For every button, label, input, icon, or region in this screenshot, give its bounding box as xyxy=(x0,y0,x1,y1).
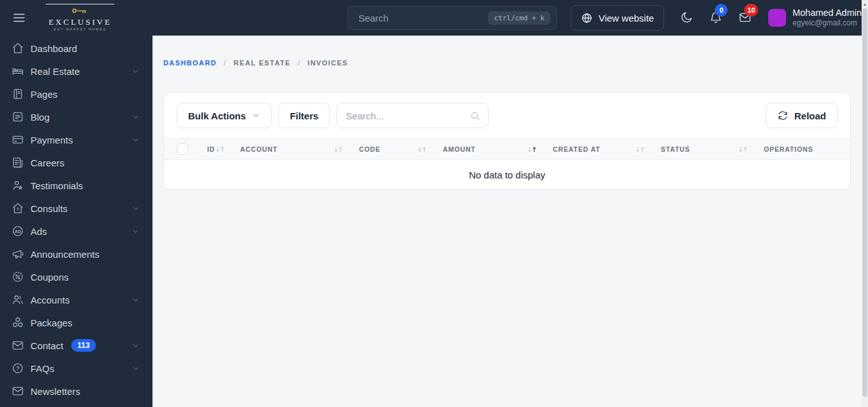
chevron-down-icon xyxy=(132,136,140,144)
select-all-checkbox[interactable] xyxy=(177,143,188,155)
filters-button[interactable]: Filters xyxy=(278,103,330,128)
main-content: DASHBOARD / REAL ESTATE / INVOICES Bulk … xyxy=(153,36,862,407)
packages-icon xyxy=(11,316,24,329)
sidebar-item-newsletters[interactable]: Newsletters xyxy=(0,380,153,403)
contact-count-badge: 113 xyxy=(71,339,96,352)
theme-toggle-button[interactable] xyxy=(679,11,693,25)
real-estate-icon xyxy=(11,65,24,77)
column-header-account[interactable]: ACCOUNT ↓↑ xyxy=(233,139,351,159)
sidebar-item-consults[interactable]: ? Consults xyxy=(0,197,153,220)
global-search[interactable]: Search ctrl/cmd + k xyxy=(348,6,557,30)
sidebar-item-label: FAQs xyxy=(31,363,55,374)
messages-button[interactable]: 10 xyxy=(738,11,752,25)
sort-arrows-icon: ↓↑ xyxy=(738,146,747,153)
careers-icon xyxy=(11,156,24,169)
bulk-actions-label: Bulk Actions xyxy=(188,110,246,121)
user-avatar[interactable] xyxy=(768,9,786,27)
logo-tagline: EGY MARKET HOMES xyxy=(44,28,116,32)
sidebar-item-packages[interactable]: Packages xyxy=(0,311,153,334)
table-header-row: ID ↓↑ ACCOUNT ↓↑ CODE ↓↑ AMOUNT ↓↑ CREAT… xyxy=(164,138,850,160)
column-label: CODE xyxy=(359,145,381,153)
sidebar-item-label: Dashboard xyxy=(31,43,77,54)
sidebar-item-real-estate[interactable]: Real Estate xyxy=(0,60,153,83)
ads-icon: AD xyxy=(11,225,24,237)
breadcrumb-dashboard[interactable]: DASHBOARD xyxy=(163,59,217,67)
sidebar-item-faqs[interactable]: ? FAQs xyxy=(0,357,153,380)
sidebar-item-accounts[interactable]: Accounts xyxy=(0,288,153,311)
consults-icon: ? xyxy=(11,202,24,215)
sidebar-item-label: Coupons xyxy=(31,272,69,283)
sidebar-item-ads[interactable]: AD Ads xyxy=(0,220,153,243)
home-icon xyxy=(11,42,24,55)
sidebar-toggle-button[interactable] xyxy=(10,9,28,27)
sidebar-item-label: Testimonials xyxy=(31,180,83,191)
svg-text:?: ? xyxy=(16,365,19,371)
testimonials-icon xyxy=(11,179,24,192)
column-label: ID xyxy=(207,145,215,153)
column-header-code[interactable]: CODE ↓↑ xyxy=(351,139,435,159)
global-search-placeholder: Search xyxy=(358,13,489,23)
sidebar-item-pages[interactable]: Pages xyxy=(0,83,153,105)
sidebar-item-label: Careers xyxy=(31,157,64,168)
svg-text:AD: AD xyxy=(15,229,21,234)
sidebar-item-label: Payments xyxy=(31,135,73,145)
empty-message: No data to display xyxy=(469,170,545,180)
table-toolbar: Bulk Actions Filters Reload xyxy=(164,93,850,138)
sidebar-item-dashboard[interactable]: Dashboard xyxy=(0,37,153,60)
view-website-button[interactable]: View website xyxy=(571,5,664,30)
newsletters-icon xyxy=(11,385,24,397)
sort-arrows-icon: ↓↑ xyxy=(635,146,644,153)
notifications-button[interactable]: 0 xyxy=(709,11,722,25)
column-label: STATUS xyxy=(661,145,690,153)
sidebar-item-careers[interactable]: Careers xyxy=(0,151,153,174)
column-header-amount[interactable]: AMOUNT ↓↑ xyxy=(435,139,545,159)
reload-button[interactable]: Reload xyxy=(766,103,837,128)
app-logo[interactable]: EXCLUSIVE EGY MARKET HOMES xyxy=(44,4,116,32)
logo-divider xyxy=(46,4,114,4)
user-name: Mohamed Admin xyxy=(792,8,862,18)
user-menu[interactable]: Mohamed Admin egyelc@gmail.com xyxy=(792,8,862,28)
sort-arrows-icon: ↓↑ xyxy=(215,146,224,153)
breadcrumb-real-estate[interactable]: REAL ESTATE xyxy=(234,59,291,67)
chevron-down-icon xyxy=(252,111,261,120)
sidebar-item-testimonials[interactable]: Testimonials xyxy=(0,174,153,197)
column-header-status[interactable]: STATUS ↓↑ xyxy=(653,139,756,159)
sort-arrows-icon-active: ↓↑ xyxy=(527,146,536,153)
sidebar-item-contact[interactable]: Contact 113 xyxy=(0,334,153,357)
svg-text:?: ? xyxy=(17,206,20,212)
table-search xyxy=(336,103,489,128)
announcements-icon xyxy=(11,248,24,260)
sidebar-item-label: Newsletters xyxy=(31,386,80,397)
sidebar-item-label: Real Estate xyxy=(31,66,80,77)
scroll-up-arrow-icon[interactable]: ▲ xyxy=(862,0,868,8)
sidebar-item-payments[interactable]: Payments xyxy=(0,128,153,151)
sort-arrows-icon: ↓↑ xyxy=(333,146,342,153)
accounts-icon xyxy=(11,293,24,306)
breadcrumb-invoices[interactable]: INVOICES xyxy=(308,59,348,67)
sidebar-item-announcements[interactable]: Announcements xyxy=(0,243,153,265)
breadcrumb-separator: / xyxy=(224,59,226,67)
faqs-icon: ? xyxy=(11,362,24,375)
column-label: AMOUNT xyxy=(443,145,475,153)
hamburger-icon xyxy=(11,10,27,25)
top-navbar: EXCLUSIVE EGY MARKET HOMES Search ctrl/c… xyxy=(0,0,862,36)
chevron-down-icon xyxy=(132,113,140,121)
table-search-input[interactable] xyxy=(346,110,470,121)
column-header-created-at[interactable]: CREATED AT ↓↑ xyxy=(545,139,653,159)
bulk-actions-button[interactable]: Bulk Actions xyxy=(177,103,272,128)
chevron-down-icon xyxy=(132,204,140,213)
table-empty-row: No data to display xyxy=(164,160,850,189)
key-icon xyxy=(72,7,88,15)
page-scrollbar[interactable]: ▲ xyxy=(862,0,868,407)
chevron-down-icon xyxy=(132,342,140,350)
logo-title: EXCLUSIVE xyxy=(44,18,116,26)
sidebar-item-label: Contact xyxy=(31,340,64,351)
sidebar-item-label: Consults xyxy=(31,203,67,214)
payments-icon xyxy=(11,133,24,146)
user-email: egyelc@gmail.com xyxy=(792,19,862,28)
sidebar-item-blog[interactable]: Blog xyxy=(0,105,153,128)
column-header-id[interactable]: ID ↓↑ xyxy=(200,139,233,159)
sidebar-item-label: Pages xyxy=(31,89,58,100)
sidebar-item-coupons[interactable]: Coupons xyxy=(0,265,153,288)
scrollbar-thumb[interactable] xyxy=(862,8,867,397)
